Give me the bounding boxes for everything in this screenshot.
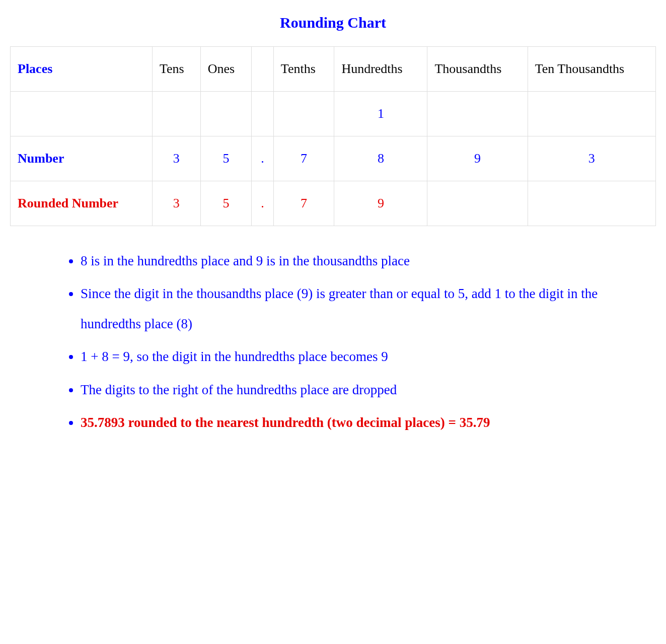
bullet-item: The digits to the right of the hundredth… xyxy=(81,375,616,405)
number-thousandths: 9 xyxy=(427,136,528,181)
bullet-item: 1 + 8 = 9, so the digit in the hundredth… xyxy=(81,342,616,372)
header-ones: Ones xyxy=(200,47,251,92)
carry-thousandths xyxy=(427,92,528,136)
number-row: Number 3 5 . 7 8 9 3 xyxy=(11,136,656,181)
carry-row: 1 xyxy=(11,92,656,136)
header-tenths: Tenths xyxy=(273,47,334,92)
carry-hundredths: 1 xyxy=(334,92,427,136)
rounding-table: Places Tens Ones Tenths Hundredths Thous… xyxy=(10,46,656,226)
carry-label xyxy=(11,92,153,136)
places-row: Places Tens Ones Tenths Hundredths Thous… xyxy=(11,47,656,92)
rounded-ten-thousandths xyxy=(528,181,655,226)
header-ten-thousandths: Ten Thousandths xyxy=(528,47,655,92)
number-label: Number xyxy=(11,136,153,181)
number-decimal: . xyxy=(252,136,274,181)
rounded-thousandths xyxy=(427,181,528,226)
rounded-tens: 3 xyxy=(153,181,201,226)
carry-ones xyxy=(200,92,251,136)
places-label: Places xyxy=(11,47,153,92)
number-tens: 3 xyxy=(153,136,201,181)
header-thousandths: Thousandths xyxy=(427,47,528,92)
number-ten-thousandths: 3 xyxy=(528,136,655,181)
number-hundredths: 8 xyxy=(334,136,427,181)
bullet-item: Since the digit in the thousandths place… xyxy=(81,279,616,339)
rounded-decimal: . xyxy=(252,181,274,226)
header-decimal xyxy=(252,47,274,92)
rounded-hundredths: 9 xyxy=(334,181,427,226)
header-tens: Tens xyxy=(153,47,201,92)
page-title: Rounding Chart xyxy=(10,14,656,31)
rounded-row: Rounded Number 3 5 . 7 9 xyxy=(11,181,656,226)
carry-ten-thousandths xyxy=(528,92,655,136)
explanation-list: 8 is in the hundredths place and 9 is in… xyxy=(10,246,656,438)
rounded-tenths: 7 xyxy=(273,181,334,226)
bullet-item-final: 35.7893 rounded to the nearest hundredth… xyxy=(81,408,616,438)
bullet-item: 8 is in the hundredths place and 9 is in… xyxy=(81,246,616,276)
carry-decimal xyxy=(252,92,274,136)
carry-tenths xyxy=(273,92,334,136)
rounded-label: Rounded Number xyxy=(11,181,153,226)
number-ones: 5 xyxy=(200,136,251,181)
header-hundredths: Hundredths xyxy=(334,47,427,92)
number-tenths: 7 xyxy=(273,136,334,181)
rounded-ones: 5 xyxy=(200,181,251,226)
carry-tens xyxy=(153,92,201,136)
